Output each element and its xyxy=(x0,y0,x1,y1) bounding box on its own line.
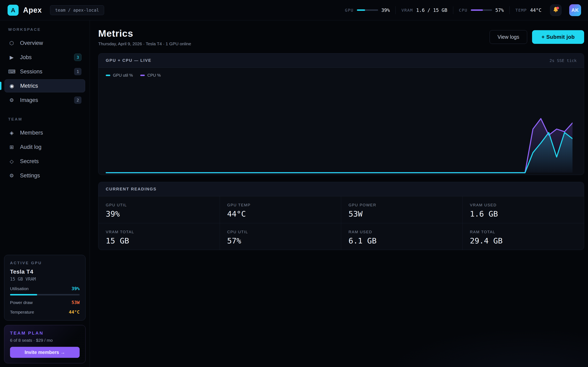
topbar-gpu-bar-fill xyxy=(357,9,365,11)
legend-label-gpu: GPU util % xyxy=(113,73,133,78)
sidebar-item-secrets[interactable]: ◇ Secrets xyxy=(4,155,85,168)
gear-icon: ⚙ xyxy=(8,173,15,179)
gpu-stat-label: GPU xyxy=(345,8,354,13)
reading-label: GPU TEMP xyxy=(227,203,341,207)
sidebar-item-label: Settings xyxy=(20,173,40,179)
gear-icon: ⚙ xyxy=(8,97,15,103)
legend-label-cpu: CPU % xyxy=(147,73,161,78)
reading-cell-gpu-util: GPU UTIL 39% xyxy=(98,196,220,223)
reading-label: RAM USED xyxy=(348,230,462,234)
sidebar-item-label: Images xyxy=(20,97,38,103)
page-actions: View logs + Submit job xyxy=(490,30,584,44)
utilisation-label: Utilisation xyxy=(10,286,29,291)
breadcrumb[interactable]: team / apex-local xyxy=(50,5,104,15)
sidebar-item-settings[interactable]: ⚙ Settings xyxy=(4,169,85,182)
temp-stat-value: 44°C xyxy=(530,8,541,13)
target-icon: ◉ xyxy=(8,83,15,89)
topbar-stats: GPU 39% VRAM 1.6 / 15 GB CPU 57% TEMP 44… xyxy=(345,4,581,16)
temperature-value: 44°C xyxy=(69,309,80,315)
avatar[interactable]: AK xyxy=(569,4,581,16)
reading-cell-cpu-util: CPU UTIL 57% xyxy=(220,223,341,250)
live-chart-panel-header: GPU + CPU — LIVE 2s SSE tick xyxy=(98,53,584,68)
jobs-count-badge: 3 xyxy=(74,54,81,61)
diamond-outline-icon: ◇ xyxy=(8,158,15,164)
sidebar-item-images[interactable]: ⚙ Images 2 xyxy=(4,94,85,107)
page-subtitle: Thursday, April 9, 2026 · Tesla T4 · 1 G… xyxy=(98,42,191,46)
sidebar-item-audit-log[interactable]: ⊞ Audit log xyxy=(4,141,85,154)
page-title: Metrics xyxy=(98,28,191,39)
cpu-stat-bar xyxy=(471,9,492,11)
reading-cell-ram-total: RAM TOTAL 29.4 GB xyxy=(463,223,584,250)
reading-value: 57% xyxy=(227,236,341,245)
play-icon: ▶ xyxy=(8,54,15,60)
live-chart-svg xyxy=(106,79,572,175)
legend-item-gpu: GPU util % xyxy=(106,73,133,78)
reading-cell-ram-used: RAM USED 6.1 GB xyxy=(341,223,463,250)
images-count-badge: 2 xyxy=(74,96,81,104)
reading-value: 6.1 GB xyxy=(348,236,462,245)
brand-name: Apex xyxy=(23,6,42,15)
sidebar-item-label: Metrics xyxy=(20,83,38,89)
legend-item-cpu: CPU % xyxy=(140,73,161,78)
vram-stat-value: 1.6 / 15 GB xyxy=(416,8,447,13)
team-plan-seats: 6 of 8 seats · $29 / mo xyxy=(10,338,80,343)
team-plan-card: TEAM PLAN 6 of 8 seats · $29 / mo Invite… xyxy=(4,325,86,363)
topbar-vram-stat: VRAM 1.6 / 15 GB xyxy=(401,8,447,13)
chart-legend: GPU util % CPU % xyxy=(106,73,572,78)
utilisation-value: 39% xyxy=(71,286,80,291)
apex-logo-icon: A xyxy=(8,5,18,16)
sidebar-item-jobs[interactable]: ▶ Jobs 3 xyxy=(4,51,85,64)
topbar-gpu-stat: GPU 39% xyxy=(345,8,390,13)
reading-value: 44°C xyxy=(227,209,341,218)
temperature-label: Temperature xyxy=(10,310,34,315)
topbar-temp-stat: TEMP 44°C xyxy=(515,8,541,13)
team-section-title: TEAM xyxy=(8,117,81,122)
temperature-row: Temperature 44°C xyxy=(10,309,80,315)
reading-label: GPU UTIL xyxy=(106,203,220,207)
power-label: Power draw xyxy=(10,300,33,305)
divider xyxy=(509,6,510,14)
sidebar-item-label: Audit log xyxy=(20,144,42,150)
gpu-stat-value: 39% xyxy=(381,8,390,13)
reading-cell-vram-total: VRAM TOTAL 15 GB xyxy=(98,223,220,250)
sse-tick-label: 2s SSE tick xyxy=(550,58,577,63)
view-logs-button[interactable]: View logs xyxy=(490,30,527,44)
gpu-stat-bar xyxy=(357,9,378,11)
current-readings-header: CURRENT READINGS xyxy=(98,182,584,196)
utilisation-bar xyxy=(10,294,80,295)
sidebar-item-overview[interactable]: ⬡ Overview xyxy=(4,36,85,50)
reading-label: VRAM USED xyxy=(470,203,584,207)
sidebar-item-label: Secrets xyxy=(20,158,39,165)
sidebar-item-label: Members xyxy=(20,130,43,136)
sidebar-item-sessions[interactable]: ⌨ Sessions 1 xyxy=(4,65,85,78)
workspace-section-title: WORKSPACE xyxy=(8,27,81,32)
sidebar-item-label: Sessions xyxy=(20,68,43,75)
invite-members-button[interactable]: Invite members → xyxy=(10,347,80,358)
page-header-text: Metrics Thursday, April 9, 2026 · Tesla … xyxy=(98,28,191,46)
notification-dot xyxy=(556,7,559,9)
chart-panel-title: GPU + CPU — LIVE xyxy=(106,58,151,63)
readings-panel-title: CURRENT READINGS xyxy=(106,187,156,192)
active-gpu-card: ACTIVE GPU Tesla T4 15 GB VRAM Utilisati… xyxy=(4,255,86,320)
diamond-filled-icon: ◈ xyxy=(8,130,15,136)
notifications-button[interactable] xyxy=(550,4,562,16)
submit-job-button[interactable]: + Submit job xyxy=(532,30,584,44)
gpu-legend-dash xyxy=(106,75,110,76)
cpu-legend-dash xyxy=(140,75,145,76)
reading-label: RAM TOTAL xyxy=(470,230,584,234)
sidebar-item-metrics[interactable]: ◉ Metrics xyxy=(4,79,85,92)
keyboard-icon: ⌨ xyxy=(8,69,15,75)
reading-value: 39% xyxy=(106,209,220,218)
reading-value: 15 GB xyxy=(106,236,220,245)
app-root: A Apex team / apex-local GPU 39% VRAM 1.… xyxy=(0,0,588,367)
cpu-stat-label: CPU xyxy=(459,8,467,13)
team-plan-title: TEAM PLAN xyxy=(10,331,80,336)
power-row: Power draw 53W xyxy=(10,300,80,305)
reading-value: 29.4 GB xyxy=(470,236,584,245)
reading-value: 53W xyxy=(348,209,462,218)
active-gpu-card-title: ACTIVE GPU xyxy=(10,261,80,265)
sidebar-item-members[interactable]: ◈ Members xyxy=(4,126,85,139)
reading-cell-gpu-power: GPU POWER 53W xyxy=(341,196,463,223)
sidebar-item-label: Jobs xyxy=(20,54,32,60)
utilisation-row: Utilisation 39% xyxy=(10,286,80,291)
